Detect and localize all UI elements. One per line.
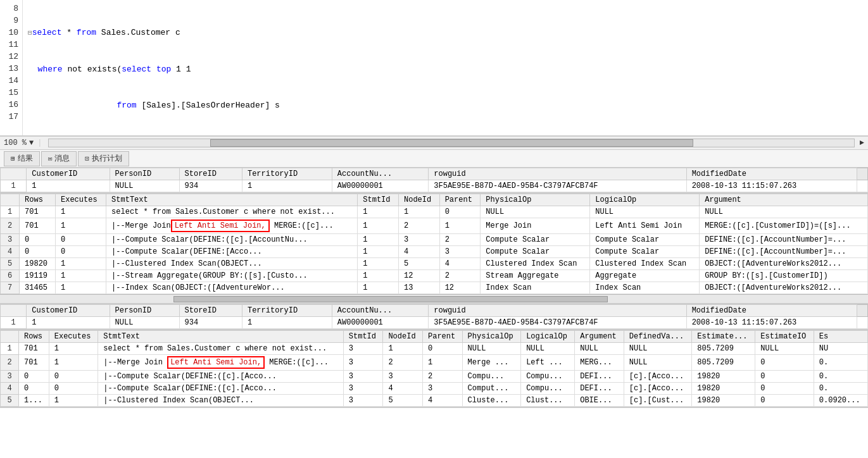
exec-rownum-1-1: 1 bbox=[1, 206, 20, 218]
exec-executes-1-6: 1 bbox=[55, 270, 106, 282]
exec-parent-1-1: 0 bbox=[439, 206, 481, 218]
exec2-parent-4: 3 bbox=[423, 383, 463, 395]
exec2-estimate-4: 19820 bbox=[692, 383, 755, 395]
table-row: 2 701 1 |--Merge Join Left Anti Semi Joi… bbox=[1, 355, 868, 371]
exec-physicalop-1-7: Index Scan bbox=[481, 282, 590, 294]
tab-messages[interactable]: ✉ 消息 bbox=[41, 151, 77, 166]
exec2-nodeid-3: 3 bbox=[383, 371, 423, 383]
exec2-col-executes: Executes bbox=[49, 331, 98, 343]
result-data-table-1-wrapper[interactable]: CustomerID PersonID StoreID TerritoryID … bbox=[0, 168, 868, 192]
execution-section-1: Rows Executes StmtText StmtId NodeId Par… bbox=[0, 194, 868, 304]
h-scrollbar-exec-1[interactable] bbox=[0, 294, 868, 303]
exec-stmttext-1-4: |--Compute Scalar(DEFINE:[Acco... bbox=[106, 246, 358, 258]
cell-customerid-2-1: 1 bbox=[27, 317, 110, 329]
cell-rowguid-2-1: 3F5AE95E-B87D-4AED-95B4-C3797AFCB74F bbox=[429, 317, 686, 329]
exec2-estimateio-5: 0 bbox=[755, 395, 814, 407]
exec-nodeid-1-5: 5 bbox=[398, 258, 439, 270]
exec2-rownum-5: 5 bbox=[1, 395, 19, 407]
exec2-stmtid-1: 3 bbox=[343, 343, 383, 355]
table-row: 5 1... 1 |--Clustered Index Scan(OBJECT.… bbox=[1, 395, 868, 407]
exec-nodeid-1-1: 1 bbox=[398, 206, 439, 218]
scroll-col-2 bbox=[857, 305, 868, 317]
code-editor[interactable]: 8 9 10 11 12 13 14 15 16 17 ⊟select * fr… bbox=[0, 0, 868, 136]
exec2-col-estimate: Estimate... bbox=[692, 331, 755, 343]
exec-rownum-1-2: 2 bbox=[1, 218, 20, 234]
table-row: 6 19119 1 |--Stream Aggregate(GROUP BY:(… bbox=[1, 270, 868, 282]
exec2-logicalop-4: Compu... bbox=[521, 383, 575, 395]
code-text[interactable]: ⊟select * from Sales.Customer c where no… bbox=[23, 0, 868, 135]
exec2-estimate-3: 19820 bbox=[692, 371, 755, 383]
execution-table-1-wrapper[interactable]: Rows Executes StmtText StmtId NodeId Par… bbox=[0, 194, 868, 294]
exec2-rownum-2: 2 bbox=[1, 355, 19, 371]
exec-stmtid-1-5: 1 bbox=[358, 258, 399, 270]
result-section-2: CustomerID PersonID StoreID TerritoryID … bbox=[0, 304, 868, 330]
exec-stmttext-1-3: |--Compute Scalar(DEFINE:([c].[AccountNu… bbox=[106, 234, 358, 246]
exec-nodeid-1-4: 4 bbox=[398, 246, 439, 258]
col-modifieddate-2: ModifiedDate bbox=[686, 305, 857, 317]
exec-stmtid-1-4: 1 bbox=[358, 246, 399, 258]
exec-physicalop-1-4: Compute Scalar bbox=[481, 246, 590, 258]
exec2-stmtid-4: 3 bbox=[343, 383, 383, 395]
exec2-es-4: 0. bbox=[814, 383, 867, 395]
exec-col-argument-1: Argument bbox=[700, 194, 868, 206]
exec-logicalop-1-7: Index Scan bbox=[590, 282, 700, 294]
results-container: CustomerID PersonID StoreID TerritoryID … bbox=[0, 168, 868, 458]
exec2-es-1: NU bbox=[814, 343, 867, 355]
scroll-col-1 bbox=[857, 168, 868, 180]
cell-rowguid-1-1: 3F5AE95E-B87D-4AED-95B4-C3797AFCB74F bbox=[429, 180, 686, 192]
exec2-parent-2: 1 bbox=[423, 355, 463, 371]
exec-parent-1-7: 12 bbox=[439, 282, 481, 294]
exec-rows-1-6: 19119 bbox=[20, 270, 56, 282]
cell-personid-2-1: NULL bbox=[110, 317, 179, 329]
exec-nodeid-1-7: 13 bbox=[398, 282, 439, 294]
zoom-bar: 100 % ▼ | ► bbox=[0, 136, 868, 150]
result-data-table-2-wrapper[interactable]: CustomerID PersonID StoreID TerritoryID … bbox=[0, 304, 868, 329]
col-storeid-1: StoreID bbox=[179, 168, 242, 180]
scroll-cell-1 bbox=[857, 180, 868, 192]
execution-table-2-wrapper[interactable]: Rows Executes StmtText StmtId NodeId Par… bbox=[0, 330, 868, 407]
exec2-col-stmttext: StmtText bbox=[98, 331, 343, 343]
tab-execution-plan[interactable]: ⊡ 执行计划 bbox=[78, 151, 129, 166]
cell-territoryid-1-1: 1 bbox=[242, 180, 332, 192]
exec-stmttext-1-2: |--Merge JoinLeft Anti Semi Join, MERGE:… bbox=[106, 218, 358, 234]
exec-parent-1-3: 2 bbox=[439, 234, 481, 246]
exec-argument-1-2: MERGE:([c].[CustomerID])=([s]... bbox=[700, 218, 868, 234]
exec2-stmttext-3: |--Compute Scalar(DEFINE:([c].[Acco... bbox=[98, 371, 343, 383]
exec2-definedva-3: [c].[Acco... bbox=[624, 371, 692, 383]
exec2-parent-3: 2 bbox=[423, 371, 463, 383]
tab-results[interactable]: ⊞ 结果 bbox=[4, 151, 40, 166]
exec2-definedva-1: NULL bbox=[624, 343, 692, 355]
table-row: 4 0 0 |--Compute Scalar(DEFINE:([c].[Acc… bbox=[1, 383, 868, 395]
col-territoryid-1: TerritoryID bbox=[242, 168, 332, 180]
row-num-header-2 bbox=[1, 305, 27, 317]
exec2-nodeid-5: 5 bbox=[383, 395, 423, 407]
exec-argument-1-3: DEFINE:([c].[AccountNumber]=... bbox=[700, 234, 868, 246]
exec2-argument-5: OBIE... bbox=[575, 395, 624, 407]
exec2-rows-4: 0 bbox=[19, 383, 49, 395]
exec-rows-1-1: 701 bbox=[20, 206, 56, 218]
horizontal-scrollbar[interactable] bbox=[48, 139, 854, 147]
exec-logicalop-1-6: Aggregate bbox=[590, 270, 700, 282]
table-row: 1 1 NULL 934 1 AW00000001 3F5AE95E-B87D-… bbox=[1, 180, 868, 192]
exec2-definedva-2: NULL bbox=[624, 355, 692, 371]
exec2-stmttext-4: |--Compute Scalar(DEFINE:([c].[Acco... bbox=[98, 383, 343, 395]
scroll-right-arrow[interactable]: ► bbox=[860, 139, 864, 147]
exec-rownum-1-4: 4 bbox=[1, 246, 20, 258]
table-row: 3 0 0 |--Compute Scalar(DEFINE:([c].[Acc… bbox=[1, 234, 868, 246]
row-num-2-1: 1 bbox=[1, 317, 27, 329]
exec2-estimateio-2: 0 bbox=[755, 355, 814, 371]
exec-nodeid-1-3: 3 bbox=[398, 234, 439, 246]
exec-logicalop-1-4: Compute Scalar bbox=[590, 246, 700, 258]
exec-stmtid-1-7: 1 bbox=[358, 282, 399, 294]
exec2-col-argument: Argument bbox=[575, 331, 624, 343]
execution-table-1: Rows Executes StmtText StmtId NodeId Par… bbox=[0, 194, 868, 294]
exec-parent-1-2: 1 bbox=[439, 218, 481, 234]
zoom-dropdown-icon[interactable]: ▼ bbox=[29, 139, 34, 147]
exec-rownum-1-5: 5 bbox=[1, 258, 20, 270]
exec2-executes-1: 1 bbox=[49, 343, 98, 355]
row-num-1-1: 1 bbox=[1, 180, 27, 192]
exec2-estimateio-1: NULL bbox=[755, 343, 814, 355]
exec2-stmttext-1: select * from Sales.Customer c where not… bbox=[98, 343, 343, 355]
exec-executes-1-2: 1 bbox=[55, 218, 106, 234]
exec2-rownum-4: 4 bbox=[1, 383, 19, 395]
